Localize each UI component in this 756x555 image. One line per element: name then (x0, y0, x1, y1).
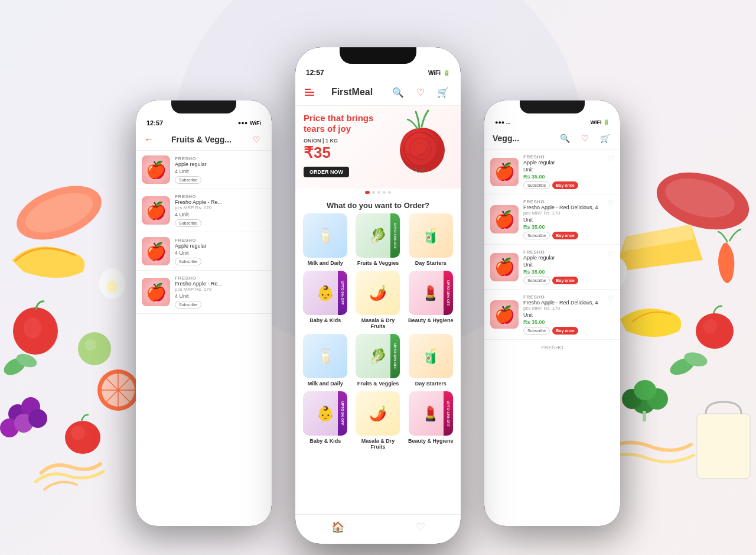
home-nav-icon[interactable]: 🏠 (331, 521, 344, 534)
product-info: FRESHO Apple regular 4 Unit Subscribe (175, 238, 266, 265)
product-name: Fresho Apple - Red Delicious, 4 (523, 205, 598, 210)
favorite-icon[interactable]: ♡ (607, 154, 614, 163)
scroll-content: 🥛 Milk and Daily 🥬 Upto 10% OFF Fruits &… (295, 213, 461, 544)
dot-2[interactable] (372, 191, 375, 194)
category-beauty-2[interactable]: 💄 Upto 18% OFF Beauty & Hygiene (407, 391, 455, 450)
heart-nav-icon[interactable]: ♡ (416, 521, 425, 534)
category-day-starters-1[interactable]: 🧃 Day Starters (407, 213, 455, 266)
category-fruits-label-2: Fruits & Veggies (357, 381, 399, 387)
product-image: 🍎 (490, 300, 519, 329)
subscribe-button[interactable]: Subscribe (523, 181, 550, 189)
page-title-left: Fruits & Vegg... (171, 135, 232, 144)
product-name: Fresho Apple - Re... (175, 199, 266, 205)
subscribe-button[interactable]: Subscribe (175, 219, 201, 227)
product-actions: Subscribe (175, 301, 266, 309)
buy-once-button[interactable]: Buy once (552, 277, 578, 284)
category-beauty-img: 💄 Upto 18% OFF (409, 271, 453, 315)
masala-icon: 🌶️ (356, 271, 400, 315)
apple-img: 🍎 (490, 158, 519, 186)
back-button-left[interactable]: ← (144, 134, 154, 145)
product-brand: FRESHO (523, 249, 578, 255)
buy-once-button[interactable]: Buy once (552, 232, 578, 239)
category-beauty-label: Beauty & Hygiene (408, 317, 454, 323)
product-actions: Subscribe (175, 176, 266, 184)
hamburger-line-1 (305, 89, 311, 90)
milk-icon: 🥛 (303, 213, 347, 258)
product-actions: Subscribe Buy once (523, 232, 598, 239)
search-icon-center[interactable]: 🔍 (390, 84, 406, 100)
milk-icon-2: 🥛 (303, 334, 347, 378)
cart-icon-center[interactable]: 🛒 (435, 84, 451, 100)
category-fruits-veggies-1[interactable]: 🥬 Upto 10% OFF Fruits & Veggies (354, 213, 402, 266)
subscribe-button[interactable]: Subscribe (175, 258, 201, 265)
category-fruits-label-1: Fruits & Veggies (357, 260, 399, 266)
masala-icon-2: 🌶️ (356, 391, 400, 436)
category-day-img-1: 🧃 (409, 213, 453, 258)
category-day-starters-2[interactable]: 🧃 Day Starters (407, 334, 455, 387)
category-milk-dairy-2[interactable]: 🥛 Milk and Daily (301, 334, 349, 387)
dot-5[interactable] (388, 191, 391, 194)
product-item: 🍎 FRESHO Fresho Apple - Re... pcs MRP Rs… (136, 271, 272, 314)
dot-1[interactable] (365, 191, 370, 194)
search-icon-right[interactable]: 🔍 (558, 131, 572, 145)
favorite-icon[interactable]: ♡ (607, 294, 614, 303)
product-info: FRESHO Fresho Apple - Re... pcs MRP Rs. … (175, 194, 266, 227)
phone-right: ●●● ... WiFi 🔋 Vegg... 🔍 ♡ 🛒 (484, 100, 620, 526)
category-masala[interactable]: 🌶️ Masala & Dry Fruits (354, 271, 402, 329)
category-milk-dairy[interactable]: 🥛 Milk and Daily (301, 213, 349, 266)
hamburger-menu[interactable] (305, 89, 314, 96)
left-phone-content: 12:57 ●●● WiFi ← Fruits & Vegg... ♡ (136, 100, 272, 526)
category-day-label-2: Day Starters (415, 381, 447, 387)
notch-left (171, 100, 236, 113)
dot-4[interactable] (383, 191, 386, 194)
category-baby-label: Baby & Kids (309, 317, 341, 323)
product-brand: FRESHO (523, 294, 598, 300)
phone-center: 12:57 WiFi 🔋 FirstMeal 🔍 ♡ 🛒 (295, 47, 461, 544)
subscribe-button[interactable]: Subscribe (175, 301, 201, 309)
product-actions: Subscribe (175, 258, 266, 265)
subscribe-button[interactable]: Subscribe (523, 232, 550, 239)
banner-dots (295, 189, 461, 196)
buy-once-button[interactable]: Buy once (552, 327, 578, 335)
order-now-button[interactable]: ORDER NOW (304, 167, 349, 177)
product-image: 🍎 (142, 237, 170, 265)
buy-once-button[interactable]: Buy once (552, 181, 578, 189)
product-image: 🍎 (142, 278, 170, 306)
category-milk-img-2: 🥛 (303, 334, 347, 378)
product-unit: Unit (523, 167, 578, 173)
wifi-icon-right: WiFi 🔋 (591, 119, 610, 125)
apple-img: 🍎 (490, 300, 519, 329)
dot-3[interactable] (377, 191, 380, 194)
favorite-icon[interactable]: ♡ (607, 249, 614, 258)
subscribe-button[interactable]: Subscribe (175, 176, 201, 184)
heart-icon-left[interactable]: ♡ (249, 132, 263, 147)
product-name: Apple regular (175, 243, 266, 249)
heart-icon-center[interactable]: ♡ (412, 84, 429, 100)
product-actions: Subscribe (175, 219, 266, 227)
category-day-label-1: Day Starters (415, 260, 447, 266)
hamburger-line-3 (305, 95, 314, 96)
product-list-left: 🍎 FRESHO Apple regular 4 Unit Subscribe (136, 151, 272, 526)
category-baby-img-2: 👶 Upto 5% OFF (303, 391, 347, 436)
category-baby-kids-2[interactable]: 👶 Upto 5% OFF Baby & Kids (301, 391, 349, 450)
favorite-icon[interactable]: ♡ (607, 199, 614, 208)
product-info: FRESHO Fresho Apple - Red Delicious, 4 p… (523, 199, 614, 239)
product-image: 🍎 (142, 155, 170, 184)
discount-badge-baby-2: Upto 5% OFF (338, 391, 347, 436)
apple-img: 🍎 (490, 205, 519, 233)
product-name-sub: pcs MRP Rs. 170 (175, 205, 266, 210)
category-beauty[interactable]: 💄 Upto 18% OFF Beauty & Hygiene (407, 271, 455, 329)
product-info: FRESHO Apple regular Unit Rs 35.00 Subsc… (523, 249, 614, 284)
subscribe-button[interactable]: Subscribe (523, 277, 550, 284)
section-title: What do you want to Order? (295, 196, 461, 213)
cart-icon-right[interactable]: 🛒 (598, 131, 612, 145)
product-item: 🍎 FRESHO Apple regular 4 Unit Subscribe (136, 151, 272, 189)
category-masala-2[interactable]: 🌶️ Masala & Dry Fruits (354, 391, 402, 450)
subscribe-button[interactable]: Subscribe (523, 327, 550, 335)
banner-product: ONION | 1 KG (304, 138, 452, 144)
signal-icon-left: ●●● (238, 120, 247, 126)
category-fruits-veggies-2[interactable]: 🥬 Upto 10% OFF Fruits & Veggies (354, 334, 402, 387)
category-baby-kids[interactable]: 👶 Upto 5% OFF Baby & Kids (301, 271, 349, 329)
phones-container: 12:57 ●●● WiFi ← Fruits & Vegg... ♡ (136, 30, 620, 544)
heart-icon-right[interactable]: ♡ (578, 131, 592, 145)
